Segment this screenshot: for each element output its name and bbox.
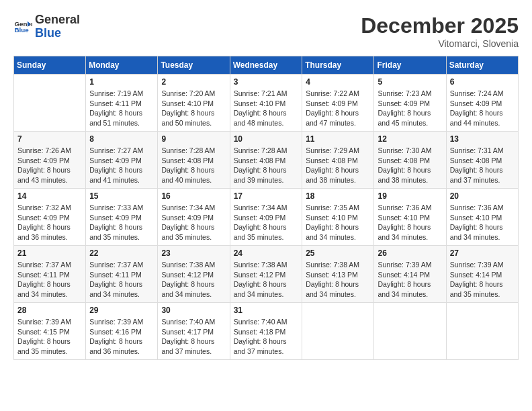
day-number: 10 — [234, 134, 299, 144]
day-number: 26 — [378, 248, 442, 258]
day-number: 13 — [450, 134, 515, 144]
day-info: Sunrise: 7:22 AM Sunset: 4:09 PM Dayligh… — [306, 89, 370, 128]
day-info: Sunrise: 7:38 AM Sunset: 4:13 PM Dayligh… — [306, 260, 370, 300]
calendar-header-row: SundayMondayTuesdayWednesdayThursdayFrid… — [14, 56, 519, 75]
day-info: Sunrise: 7:35 AM Sunset: 4:10 PM Dayligh… — [306, 203, 370, 242]
day-info: Sunrise: 7:39 AM Sunset: 4:16 PM Dayligh… — [89, 317, 154, 357]
day-info: Sunrise: 7:39 AM Sunset: 4:14 PM Dayligh… — [450, 260, 515, 300]
calendar-cell: 23Sunrise: 7:38 AM Sunset: 4:12 PM Dayli… — [158, 246, 230, 303]
day-number: 2 — [161, 77, 226, 87]
weekday-header: Friday — [374, 56, 446, 75]
calendar-cell: 8Sunrise: 7:27 AM Sunset: 4:09 PM Daylig… — [86, 132, 158, 189]
calendar-cell: 4Sunrise: 7:22 AM Sunset: 4:09 PM Daylig… — [302, 75, 374, 132]
day-number: 3 — [234, 77, 299, 87]
calendar-body: 1Sunrise: 7:19 AM Sunset: 4:11 PM Daylig… — [14, 75, 519, 360]
day-info: Sunrise: 7:33 AM Sunset: 4:09 PM Dayligh… — [89, 203, 154, 242]
calendar-cell: 12Sunrise: 7:30 AM Sunset: 4:08 PM Dayli… — [374, 132, 446, 189]
day-info: Sunrise: 7:28 AM Sunset: 4:08 PM Dayligh… — [234, 146, 299, 185]
day-number: 24 — [234, 248, 299, 258]
calendar-cell: 27Sunrise: 7:39 AM Sunset: 4:14 PM Dayli… — [446, 246, 518, 303]
day-number: 20 — [450, 191, 515, 201]
day-info: Sunrise: 7:37 AM Sunset: 4:11 PM Dayligh… — [89, 260, 154, 300]
svg-text:Blue: Blue — [14, 26, 29, 34]
title-area: December 2025 Vitomarci, Slovenia — [361, 13, 519, 49]
day-info: Sunrise: 7:36 AM Sunset: 4:10 PM Dayligh… — [378, 203, 442, 242]
calendar-week-row: 28Sunrise: 7:39 AM Sunset: 4:15 PM Dayli… — [14, 303, 519, 360]
day-number: 18 — [306, 191, 370, 201]
calendar-cell: 22Sunrise: 7:37 AM Sunset: 4:11 PM Dayli… — [86, 246, 158, 303]
calendar-cell: 14Sunrise: 7:32 AM Sunset: 4:09 PM Dayli… — [14, 189, 86, 246]
calendar-cell: 3Sunrise: 7:21 AM Sunset: 4:10 PM Daylig… — [230, 75, 302, 132]
day-number: 5 — [378, 77, 442, 87]
day-number: 8 — [89, 134, 154, 144]
day-info: Sunrise: 7:19 AM Sunset: 4:11 PM Dayligh… — [89, 89, 154, 128]
calendar-cell: 5Sunrise: 7:23 AM Sunset: 4:09 PM Daylig… — [374, 75, 446, 132]
calendar-cell: 2Sunrise: 7:20 AM Sunset: 4:10 PM Daylig… — [158, 75, 230, 132]
day-number: 14 — [17, 191, 82, 201]
day-number: 30 — [161, 306, 226, 315]
day-info: Sunrise: 7:32 AM Sunset: 4:09 PM Dayligh… — [17, 203, 82, 242]
day-info: Sunrise: 7:39 AM Sunset: 4:15 PM Dayligh… — [17, 317, 82, 357]
calendar-cell: 7Sunrise: 7:26 AM Sunset: 4:09 PM Daylig… — [14, 132, 86, 189]
day-number: 7 — [17, 134, 82, 144]
day-number: 15 — [89, 191, 154, 201]
calendar-cell: 13Sunrise: 7:31 AM Sunset: 4:08 PM Dayli… — [446, 132, 518, 189]
day-info: Sunrise: 7:30 AM Sunset: 4:08 PM Dayligh… — [378, 146, 442, 185]
day-number: 21 — [17, 248, 82, 258]
day-info: Sunrise: 7:36 AM Sunset: 4:10 PM Dayligh… — [450, 203, 515, 242]
day-number: 4 — [306, 77, 370, 87]
day-info: Sunrise: 7:37 AM Sunset: 4:11 PM Dayligh… — [17, 260, 82, 300]
day-number: 25 — [306, 248, 370, 258]
calendar-cell: 28Sunrise: 7:39 AM Sunset: 4:15 PM Dayli… — [14, 303, 86, 360]
calendar-cell: 9Sunrise: 7:28 AM Sunset: 4:08 PM Daylig… — [158, 132, 230, 189]
calendar-table: SundayMondayTuesdayWednesdayThursdayFrid… — [13, 56, 519, 360]
calendar-cell: 18Sunrise: 7:35 AM Sunset: 4:10 PM Dayli… — [302, 189, 374, 246]
day-number: 31 — [234, 306, 299, 315]
calendar-cell: 21Sunrise: 7:37 AM Sunset: 4:11 PM Dayli… — [14, 246, 86, 303]
day-info: Sunrise: 7:38 AM Sunset: 4:12 PM Dayligh… — [161, 260, 226, 300]
day-info: Sunrise: 7:40 AM Sunset: 4:17 PM Dayligh… — [161, 317, 226, 357]
weekday-header: Wednesday — [230, 56, 302, 75]
day-number: 29 — [89, 306, 154, 315]
logo-text: General Blue — [35, 13, 80, 40]
calendar-cell: 6Sunrise: 7:24 AM Sunset: 4:09 PM Daylig… — [446, 75, 518, 132]
calendar-cell: 30Sunrise: 7:40 AM Sunset: 4:17 PM Dayli… — [158, 303, 230, 360]
day-info: Sunrise: 7:28 AM Sunset: 4:08 PM Dayligh… — [161, 146, 226, 185]
day-info: Sunrise: 7:20 AM Sunset: 4:10 PM Dayligh… — [161, 89, 226, 128]
day-info: Sunrise: 7:34 AM Sunset: 4:09 PM Dayligh… — [234, 203, 299, 242]
day-info: Sunrise: 7:34 AM Sunset: 4:09 PM Dayligh… — [161, 203, 226, 242]
page-header: General Blue General Blue December 2025 … — [13, 13, 519, 49]
calendar-cell: 17Sunrise: 7:34 AM Sunset: 4:09 PM Dayli… — [230, 189, 302, 246]
day-number: 1 — [89, 77, 154, 87]
weekday-header: Monday — [86, 56, 158, 75]
calendar-cell: 31Sunrise: 7:40 AM Sunset: 4:18 PM Dayli… — [230, 303, 302, 360]
calendar-cell: 29Sunrise: 7:39 AM Sunset: 4:16 PM Dayli… — [86, 303, 158, 360]
logo: General Blue General Blue — [13, 13, 80, 40]
day-info: Sunrise: 7:26 AM Sunset: 4:09 PM Dayligh… — [17, 146, 82, 185]
weekday-header: Saturday — [446, 56, 518, 75]
weekday-header: Tuesday — [158, 56, 230, 75]
day-number: 11 — [306, 134, 370, 144]
day-info: Sunrise: 7:24 AM Sunset: 4:09 PM Dayligh… — [450, 89, 515, 128]
calendar-cell: 16Sunrise: 7:34 AM Sunset: 4:09 PM Dayli… — [158, 189, 230, 246]
day-number: 12 — [378, 134, 442, 144]
day-info: Sunrise: 7:29 AM Sunset: 4:08 PM Dayligh… — [306, 146, 370, 185]
weekday-header: Sunday — [14, 56, 86, 75]
location-subtitle: Vitomarci, Slovenia — [361, 38, 519, 49]
calendar-week-row: 14Sunrise: 7:32 AM Sunset: 4:09 PM Dayli… — [14, 189, 519, 246]
calendar-cell — [302, 303, 374, 360]
calendar-cell — [446, 303, 518, 360]
calendar-cell: 10Sunrise: 7:28 AM Sunset: 4:08 PM Dayli… — [230, 132, 302, 189]
day-number: 9 — [161, 134, 226, 144]
calendar-week-row: 21Sunrise: 7:37 AM Sunset: 4:11 PM Dayli… — [14, 246, 519, 303]
calendar-week-row: 1Sunrise: 7:19 AM Sunset: 4:11 PM Daylig… — [14, 75, 519, 132]
calendar-cell: 11Sunrise: 7:29 AM Sunset: 4:08 PM Dayli… — [302, 132, 374, 189]
day-number: 22 — [89, 248, 154, 258]
day-number: 19 — [378, 191, 442, 201]
calendar-cell — [14, 75, 86, 132]
calendar-cell — [374, 303, 446, 360]
day-info: Sunrise: 7:38 AM Sunset: 4:12 PM Dayligh… — [234, 260, 299, 300]
day-number: 16 — [161, 191, 226, 201]
weekday-header: Thursday — [302, 56, 374, 75]
day-info: Sunrise: 7:40 AM Sunset: 4:18 PM Dayligh… — [234, 317, 299, 357]
